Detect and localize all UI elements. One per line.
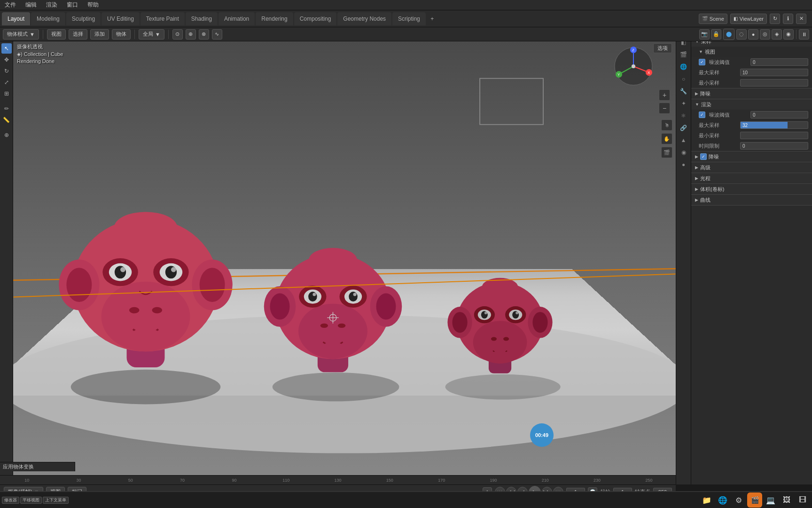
render-section: ▼ 渲染 ✓ 噪波阈值 0 最大采样 32 最小采样 时间限制 0	[691, 99, 812, 151]
max-samples-value[interactable]: 10	[740, 69, 808, 76]
vp-camera-btn[interactable]: 📷	[699, 29, 710, 40]
tool-transform[interactable]: ⊞	[1, 88, 12, 99]
denoising-header[interactable]: ▶ 降噪	[691, 88, 812, 99]
light-paths-header[interactable]: ▶ 光程	[691, 173, 812, 183]
noise-threshold-value[interactable]: 0	[750, 58, 808, 66]
object-menu[interactable]: 物体	[112, 29, 131, 40]
tool-measure[interactable]: 📏	[1, 115, 12, 125]
tool-scale[interactable]: ⤢	[1, 77, 12, 87]
viewport-sampling-header[interactable]: ▼ 视图	[691, 47, 812, 57]
prop-world-btn[interactable]: 🌐	[678, 61, 689, 72]
tab-geometry-nodes[interactable]: Geometry Nodes	[337, 12, 391, 25]
menu-edit[interactable]: 编辑	[23, 1, 39, 9]
taskbar-icon-settings[interactable]: ⚙	[731, 492, 746, 508]
tab-compositing[interactable]: Compositing	[294, 12, 337, 25]
zoom-out-btn[interactable]: −	[659, 103, 670, 114]
sync-btn[interactable]: ↻	[770, 14, 780, 24]
taskbar-icon-video[interactable]: 🎞	[795, 492, 810, 508]
vp-lock-btn[interactable]: 🔒	[711, 29, 721, 40]
time-limit-value[interactable]: 0	[740, 142, 808, 150]
advanced-header[interactable]: ▶ 高级	[691, 162, 812, 173]
toolbar-extra-2[interactable]: ∿	[212, 29, 222, 40]
vp-select-mode-btn[interactable]: 🖱	[661, 119, 672, 131]
vp-hand-btn[interactable]: ✋	[661, 133, 672, 144]
tab-modeling[interactable]: Modeling	[31, 12, 65, 25]
prop-scene-btn[interactable]: 🎬	[678, 49, 689, 60]
info-btn[interactable]: ℹ	[783, 14, 793, 24]
viewlayer-selector[interactable]: ◧ ViewLayer	[730, 14, 767, 24]
vp-xray-btn[interactable]: ◌	[736, 29, 747, 40]
render-denoising-header[interactable]: ▶ ✓ 降噪	[691, 151, 812, 162]
render-noise-checkbox[interactable]: ✓	[699, 111, 705, 118]
render-min-samples-value[interactable]	[740, 132, 808, 139]
min-samples-value[interactable]	[740, 79, 808, 87]
tab-add-button[interactable]: +	[427, 13, 438, 24]
vp-camera-view-btn[interactable]: 🎬	[661, 147, 672, 158]
active-obj-status: 应用物体变换	[0, 462, 75, 471]
vp-solid-btn[interactable]: ●	[748, 29, 758, 40]
viewport-sampling-title: 视图	[705, 48, 808, 56]
curves-section: ▶ 曲线	[691, 195, 812, 206]
tab-sculpting[interactable]: Sculpting	[66, 12, 101, 25]
close-btn[interactable]: ✕	[796, 14, 806, 24]
zoom-in-btn[interactable]: +	[659, 89, 670, 101]
prop-particles-btn[interactable]: ✦	[678, 98, 689, 109]
proportional-btn[interactable]: ⊕	[186, 29, 196, 40]
tab-rendering[interactable]: Rendering	[256, 12, 293, 25]
timeline-ruler[interactable]: 10 30 50 70 90 110 130 150 170 190 210 2…	[0, 475, 676, 484]
svg-rect-62	[480, 79, 543, 125]
prop-constraints-btn[interactable]: 🔗	[678, 122, 689, 134]
render-sampling-header[interactable]: ▼ 渲染	[691, 99, 812, 110]
taskbar-icon-browser[interactable]: 🌐	[715, 492, 730, 508]
snap-btn[interactable]: ⊙	[172, 29, 183, 40]
svg-point-19	[171, 267, 176, 272]
prop-object-btn[interactable]: ○	[678, 73, 689, 85]
tab-animation[interactable]: Animation	[219, 12, 255, 25]
scene-selector[interactable]: 🎬 Scene	[699, 14, 727, 24]
tool-move[interactable]: ✥	[1, 55, 12, 65]
menu-file[interactable]: 文件	[3, 1, 18, 9]
taskbar-icon-image[interactable]: 🖼	[779, 492, 794, 508]
prop-modifier-btn[interactable]: 🔧	[678, 86, 689, 97]
tab-uv-editing[interactable]: UV Editing	[102, 12, 140, 25]
volumes-header[interactable]: ▶ 体积(卷标)	[691, 184, 812, 194]
tab-scripting[interactable]: Scripting	[392, 12, 426, 25]
tab-layout[interactable]: Layout	[2, 12, 30, 25]
menu-window[interactable]: 窗口	[65, 1, 80, 9]
viewport-3d[interactable]: Z X Y + − 🖱 ✋ 🎬 00:49 摄像机透视 ◈) Collectio	[13, 41, 676, 484]
taskbar-icon-folder[interactable]: 📁	[699, 492, 714, 508]
taskbar-icon-blender[interactable]: 🎬	[747, 492, 762, 508]
prop-physics-btn[interactable]: ⚛	[678, 110, 689, 121]
prop-objdata-btn[interactable]: ▲	[678, 135, 689, 146]
toolbar-extra-1[interactable]: ⊗	[199, 29, 209, 40]
render-max-samples-slider[interactable]: 32	[740, 121, 808, 129]
prop-shader-btn[interactable]: ●	[678, 159, 689, 170]
prop-material-btn[interactable]: ◉	[678, 147, 689, 158]
noise-threshold-checkbox[interactable]: ✓	[699, 59, 705, 65]
tool-cursor[interactable]: ⊕	[1, 130, 12, 140]
viewport-options-btn[interactable]: 选项	[653, 43, 672, 53]
taskbar-icon-terminal[interactable]: 💻	[763, 492, 778, 508]
vp-rendered-btn[interactable]: ◉	[783, 29, 794, 40]
tab-texture-paint[interactable]: Texture Paint	[141, 12, 185, 25]
select-menu[interactable]: 选择	[69, 29, 87, 40]
tick-110: 110	[260, 478, 312, 483]
add-menu[interactable]: 添加	[90, 29, 109, 40]
tool-rotate[interactable]: ↻	[1, 66, 12, 76]
global-dropdown[interactable]: 全局 ▼	[139, 29, 164, 40]
vp-overlay-btn[interactable]: ⬤	[723, 29, 734, 40]
view-menu[interactable]: 视图	[47, 29, 66, 40]
render-denoising-checkbox[interactable]: ✓	[700, 153, 707, 160]
tab-shading[interactable]: Shading	[186, 12, 218, 25]
render-noise-value[interactable]: 0	[750, 111, 808, 119]
tool-annotate[interactable]: ✏	[1, 103, 12, 114]
workspace-tabs-bar: Layout Modeling Sculpting UV Editing Tex…	[0, 10, 812, 27]
menu-help[interactable]: 帮助	[86, 1, 101, 9]
curves-header[interactable]: ▶ 曲线	[691, 195, 812, 205]
vp-material-btn[interactable]: ◎	[760, 29, 770, 40]
vp-render-btn[interactable]: ◈	[772, 29, 782, 40]
tool-select[interactable]: ↖	[1, 43, 12, 54]
menu-render[interactable]: 渲染	[44, 1, 59, 9]
object-mode-dropdown[interactable]: 物体模式 ▼	[3, 29, 39, 40]
vp-pause-btn[interactable]: ⏸	[799, 29, 809, 40]
